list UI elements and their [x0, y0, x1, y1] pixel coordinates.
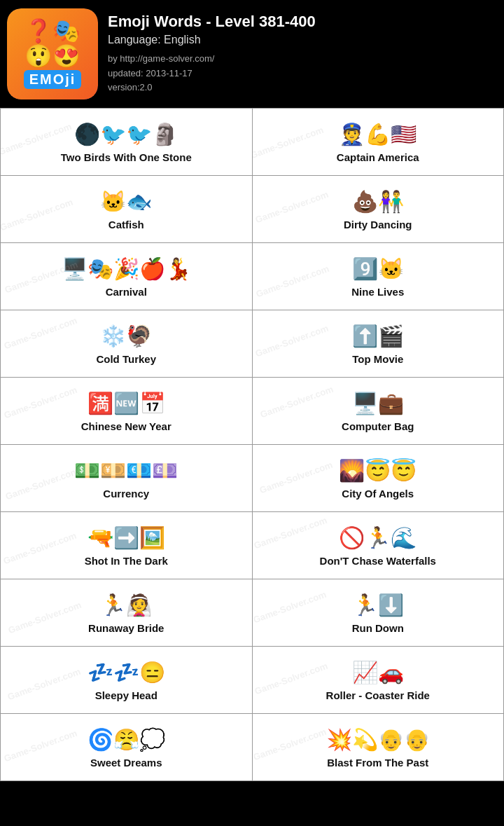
- cell-label: Cold Turkey: [96, 353, 156, 365]
- cell-label: Nine Lives: [351, 286, 404, 298]
- cell-emojis: 🏃👰: [100, 593, 152, 618]
- cell-emojis: 💵💴💶💷: [74, 458, 178, 483]
- cell-label: City Of Angels: [342, 488, 414, 500]
- app-logo: ❓🎭 😲😍 EMOji: [7, 8, 98, 99]
- logo-text: EMOji: [24, 70, 82, 89]
- cell-emojis: 🐱🐟: [100, 189, 152, 214]
- grid-cell: 🖥️💼Computer BagGame-Solver.com: [253, 378, 505, 445]
- cell-label: Chinese New Year: [81, 420, 172, 432]
- cell-label: Currency: [103, 488, 149, 500]
- grid-cell: 🏃⬇️Run DownGame-Solver.com: [253, 579, 505, 647]
- by-line: by http://game-solver.com/: [108, 52, 316, 67]
- grid-cell: 🌄😇😇City Of AngelsGame-Solver.com: [253, 445, 505, 512]
- cell-label: Computer Bag: [342, 420, 414, 432]
- grid-cell: 🈵🆕📅Chinese New YearGame-Solver.com: [1, 378, 253, 445]
- grid-cell: 🔫➡️🖼️Shot In The DarkGame-Solver.com: [1, 512, 253, 579]
- cell-emojis: 💤💤😑: [88, 660, 165, 685]
- cell-label: Blast From The Past: [327, 757, 428, 769]
- cell-label: Dirty Dancing: [344, 219, 412, 230]
- grid-cell: 💩👫Dirty DancingGame-Solver.com: [253, 176, 505, 243]
- cell-emojis: 🖥️💼: [352, 391, 404, 416]
- language-label: Language: English: [108, 34, 316, 46]
- version: version:2.0: [108, 81, 316, 95]
- grid-cell: ⬆️🎬Top MovieGame-Solver.com: [253, 310, 505, 378]
- cell-label: Roller - Coaster Ride: [326, 689, 430, 701]
- cell-emojis: 9️⃣🐱: [352, 256, 404, 282]
- cell-emojis: 💥💫👴👴: [326, 727, 430, 752]
- header-meta: by http://game-solver.com/ updated: 2013…: [108, 52, 316, 95]
- cell-emojis: 🔫➡️🖼️: [88, 525, 165, 551]
- grid-cell: 🌀😤💭Sweet DreamsGame-Solver.com: [1, 714, 253, 781]
- cell-emojis: 👮💪🇺🇸: [339, 122, 416, 147]
- cell-label: Sweet Dreams: [90, 757, 162, 769]
- grid-cell: 9️⃣🐱Nine LivesGame-Solver.com: [253, 243, 505, 310]
- cell-label: Run Down: [352, 622, 404, 634]
- grid-cell: ❄️🦃Cold TurkeyGame-Solver.com: [1, 310, 253, 378]
- cell-emojis: 🌀😤💭: [88, 727, 165, 752]
- cell-emojis: 💩👫: [352, 189, 404, 214]
- cell-label: Top Movie: [352, 353, 403, 365]
- cell-label: Catfish: [108, 219, 144, 230]
- grid-cell: 🏃👰Runaway BrideGame-Solver.com: [1, 579, 253, 647]
- cell-emojis: 📈🚗: [352, 660, 404, 685]
- grid-cell: 🌑🐦🐦🗿Two Birds With One StoneGame-Solver.…: [1, 109, 253, 176]
- cell-label: Two Birds With One Stone: [61, 151, 192, 163]
- updated-date: updated: 2013-11-17: [108, 67, 316, 81]
- grid-cell: 📈🚗Roller - Coaster RideGame-Solver.com: [253, 647, 505, 714]
- grid-cell: 🖥️🎭🎉🍎💃CarnivalGame-Solver.com: [1, 243, 253, 310]
- grid-cell: 💤💤😑Sleepy HeadGame-Solver.com: [1, 647, 253, 714]
- grid: 🌑🐦🐦🗿Two Birds With One StoneGame-Solver.…: [0, 108, 504, 781]
- cell-label: Sleepy Head: [95, 689, 158, 701]
- cell-emojis: ⬆️🎬: [352, 324, 404, 349]
- cell-label: Carnival: [106, 286, 147, 298]
- header-info: Emoji Words - Level 381-400 Language: En…: [98, 13, 316, 95]
- header: ❓🎭 😲😍 EMOji Emoji Words - Level 381-400 …: [0, 0, 504, 108]
- grid-cell: 👮💪🇺🇸Captain AmericaGame-Solver.com: [253, 109, 505, 176]
- page-title: Emoji Words - Level 381-400: [108, 13, 316, 31]
- grid-cell: 🐱🐟CatfishGame-Solver.com: [1, 176, 253, 243]
- cell-emojis: 🚫🏃🌊: [339, 525, 416, 551]
- cell-emojis: 🏃⬇️: [352, 593, 404, 618]
- grid-cell: 💥💫👴👴Blast From The PastGame-Solver.com: [253, 714, 505, 781]
- cell-label: Don'T Chase Waterfalls: [320, 555, 436, 567]
- cell-emojis: 🈵🆕📅: [88, 391, 165, 416]
- cell-label: Captain America: [337, 151, 419, 163]
- cell-emojis: 🖥️🎭🎉🍎💃: [62, 256, 191, 282]
- cell-emojis: 🌄😇😇: [339, 458, 416, 483]
- cell-emojis: ❄️🦃: [100, 324, 152, 349]
- cell-label: Runaway Bride: [88, 622, 164, 634]
- cell-label: Shot In The Dark: [85, 555, 168, 567]
- cell-emojis: 🌑🐦🐦🗿: [74, 122, 178, 147]
- grid-cell: 💵💴💶💷CurrencyGame-Solver.com: [1, 445, 253, 512]
- grid-cell: 🚫🏃🌊Don'T Chase WaterfallsGame-Solver.com: [253, 512, 505, 579]
